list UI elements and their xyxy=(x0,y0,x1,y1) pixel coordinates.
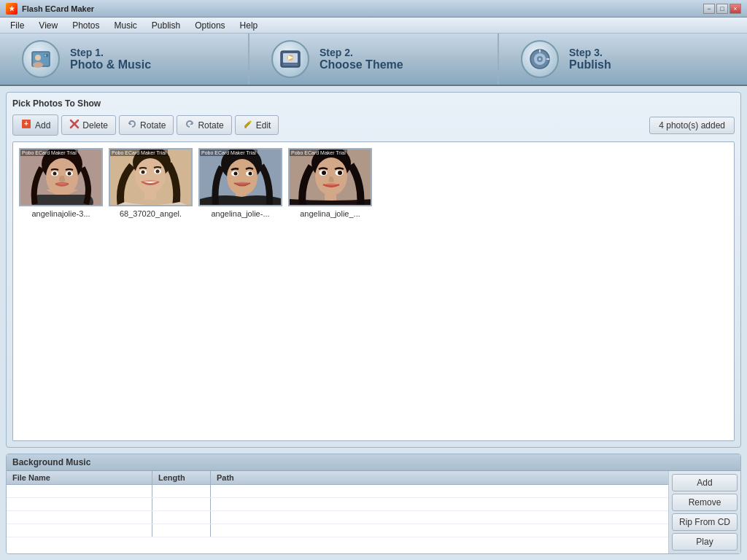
svg-rect-7 xyxy=(283,63,298,66)
photo-label-2: 68_37020_angel. xyxy=(120,209,182,218)
svg-rect-56 xyxy=(325,192,336,201)
step-1[interactable]: Step 1. Photo & Music xyxy=(0,34,249,85)
list-item[interactable]: Pobo ECard Maker Trial xyxy=(19,148,103,218)
edit-button[interactable]: Edit xyxy=(235,115,279,135)
svg-point-55 xyxy=(338,171,342,175)
photo-label-1: angelinajolie-3... xyxy=(31,209,90,218)
menu-publish[interactable]: Publish xyxy=(144,19,187,32)
svg-point-47 xyxy=(249,172,252,176)
music-rows xyxy=(7,485,668,537)
svg-point-29 xyxy=(68,172,71,176)
photos-count: 4 photo(s) added xyxy=(649,117,735,134)
col-path-header: Path xyxy=(211,471,668,484)
photos-toolbar: + Add Delete xyxy=(12,114,735,136)
watermark-1: Pobo ECard Maker Trial xyxy=(20,149,78,156)
col-length-header: Length xyxy=(152,471,211,484)
add-icon: + xyxy=(20,118,32,132)
music-add-button[interactable]: Add xyxy=(672,474,738,491)
step-2-text: Step 2. Choose Theme xyxy=(320,47,403,71)
svg-point-28 xyxy=(53,172,57,176)
svg-point-1 xyxy=(35,55,41,61)
step-3-icon xyxy=(521,40,559,78)
svg-point-34 xyxy=(135,158,166,193)
app-icon: ★ xyxy=(6,3,18,15)
music-section: Background Music File Name Length Path xyxy=(6,454,741,554)
svg-point-2 xyxy=(33,62,43,68)
titlebar-controls: − □ × xyxy=(703,4,741,14)
photos-section-title: Pick Photos To Show xyxy=(12,98,735,109)
close-button[interactable]: × xyxy=(729,4,741,14)
svg-rect-39 xyxy=(144,190,156,200)
music-length-1 xyxy=(152,485,211,497)
svg-point-4 xyxy=(44,55,47,57)
svg-marker-21 xyxy=(190,122,193,125)
photo-thumb-4: Pobo ECard Maker Trial xyxy=(288,148,372,206)
music-section-title: Background Music xyxy=(7,454,740,471)
music-filename-4 xyxy=(7,524,152,537)
music-path-1 xyxy=(211,485,668,497)
svg-point-37 xyxy=(142,171,145,174)
step-2[interactable]: Step 2. Choose Theme xyxy=(249,34,499,85)
table-row xyxy=(7,511,668,524)
maximize-button[interactable]: □ xyxy=(716,4,728,14)
table-row xyxy=(7,498,668,511)
menu-photos[interactable]: Photos xyxy=(65,19,107,32)
list-item[interactable]: Pobo ECard Maker Trial xyxy=(288,148,372,218)
minimize-button[interactable]: − xyxy=(703,4,715,14)
photo-label-4: angelina_jolie_... xyxy=(300,209,360,218)
step-3-name: Publish xyxy=(569,58,611,71)
step-3[interactable]: Step 3. Publish xyxy=(499,34,747,85)
menu-file[interactable]: File xyxy=(3,19,31,32)
step-1-text: Step 1. Photo & Music xyxy=(70,47,151,71)
col-filename-header: File Name xyxy=(7,471,152,484)
watermark-2: Pobo ECard Maker Trial xyxy=(110,149,168,156)
svg-point-54 xyxy=(322,171,326,175)
menu-options[interactable]: Options xyxy=(187,19,232,32)
list-item[interactable]: Pobo ECard Maker Trial xyxy=(109,148,193,218)
svg-marker-20 xyxy=(129,122,132,125)
music-body: File Name Length Path xyxy=(7,471,740,553)
music-path-2 xyxy=(211,498,668,510)
music-length-3 xyxy=(152,511,211,524)
menu-view[interactable]: View xyxy=(31,19,65,32)
photo-grid: Pobo ECard Maker Trial xyxy=(12,141,735,441)
music-length-2 xyxy=(152,498,211,510)
step-1-num: Step 1. xyxy=(70,47,151,58)
delete-label: Delete xyxy=(82,120,108,131)
step-header: Step 1. Photo & Music Step 2. Choose The… xyxy=(0,34,747,86)
edit-icon xyxy=(243,119,253,131)
rotate-right-button[interactable]: Rotate xyxy=(177,115,231,135)
step-3-text: Step 3. Publish xyxy=(569,47,611,71)
music-buttons: Add Remove Rip From CD Play xyxy=(669,471,740,553)
menu-help[interactable]: Help xyxy=(233,19,266,32)
step-1-name: Photo & Music xyxy=(70,58,151,71)
menubar: File View Photos Music Publish Options H… xyxy=(0,18,747,34)
step-1-icon xyxy=(22,40,60,78)
music-table: File Name Length Path xyxy=(7,471,669,553)
music-play-button[interactable]: Play xyxy=(672,533,738,551)
svg-point-43 xyxy=(227,159,258,195)
music-filename-1 xyxy=(7,485,152,497)
svg-rect-30 xyxy=(31,195,93,206)
photo-label-3: angelina_jolie-... xyxy=(211,209,269,218)
menu-music[interactable]: Music xyxy=(107,19,144,32)
music-rip-button[interactable]: Rip From CD xyxy=(672,513,738,531)
delete-icon xyxy=(69,119,80,131)
edit-label: Edit xyxy=(256,120,271,131)
svg-point-13 xyxy=(539,58,541,61)
add-label: Add xyxy=(35,120,50,131)
watermark-4: Pobo ECard Maker Trial xyxy=(290,149,347,156)
music-remove-button[interactable]: Remove xyxy=(672,494,738,511)
app-title: Flash ECard Maker xyxy=(22,4,94,13)
delete-button[interactable]: Delete xyxy=(61,115,116,135)
list-item[interactable]: Pobo ECard Maker Trial xyxy=(198,148,282,218)
music-path-4 xyxy=(211,524,668,537)
add-button[interactable]: + Add xyxy=(12,114,58,136)
rotate-right-icon xyxy=(185,119,195,131)
music-path-3 xyxy=(211,511,668,524)
photos-section: Pick Photos To Show + Add xyxy=(6,92,741,448)
music-filename-3 xyxy=(7,511,152,524)
rotate-left-button[interactable]: Rotate xyxy=(119,115,174,135)
photo-thumb-1: Pobo ECard Maker Trial xyxy=(19,148,103,206)
titlebar: ★ Flash ECard Maker − □ × xyxy=(0,0,747,18)
